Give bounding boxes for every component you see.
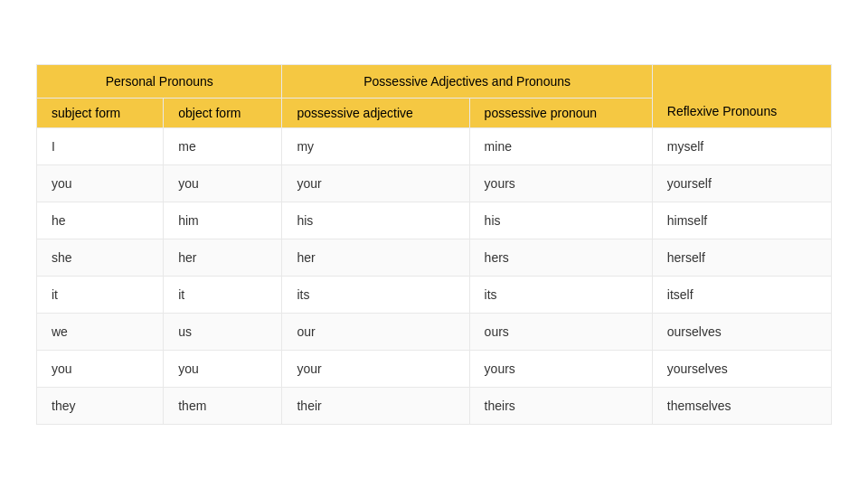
poss-adj-cell: your: [282, 164, 469, 202]
subject-cell: I: [37, 127, 164, 164]
table-row: itititsitsitself: [37, 276, 832, 313]
table-row: sheherherhersherself: [37, 239, 832, 276]
possessive-pronoun-header: possessive pronoun: [469, 98, 652, 127]
subject-cell: you: [37, 350, 164, 387]
poss-pron-cell: its: [469, 276, 652, 313]
subject-cell: you: [37, 164, 164, 202]
reflexive-cell: themselves: [652, 387, 831, 424]
table-row: hehimhishishimself: [37, 202, 832, 239]
table-container: Personal Pronouns Possessive Adjectives …: [36, 64, 832, 425]
poss-pron-cell: theirs: [469, 387, 652, 424]
reflexive-cell: yourself: [652, 164, 831, 202]
possessive-header: Possessive Adjectives and Pronouns: [282, 64, 652, 98]
poss-pron-cell: his: [469, 202, 652, 239]
reflexive-cell: myself: [652, 127, 831, 164]
object-cell: him: [164, 202, 282, 239]
reflexive-cell: ourselves: [652, 313, 831, 350]
reflexive-cell: itself: [652, 276, 831, 313]
object-cell: her: [164, 239, 282, 276]
poss-pron-cell: ours: [469, 313, 652, 350]
subject-cell: it: [37, 276, 164, 313]
subject-cell: she: [37, 239, 164, 276]
reflexive-cell: herself: [652, 239, 831, 276]
poss-adj-cell: your: [282, 350, 469, 387]
table-row: Imemyminemyself: [37, 127, 832, 164]
table-row: theythemtheirtheirsthemselves: [37, 387, 832, 424]
reflexive-cell: yourselves: [652, 350, 831, 387]
reflexive-header: Reflexive Pronouns: [652, 64, 831, 127]
object-cell: us: [164, 313, 282, 350]
table-row: youyouyouryoursyourself: [37, 164, 832, 202]
poss-adj-cell: my: [282, 127, 469, 164]
pronouns-table: Personal Pronouns Possessive Adjectives …: [36, 64, 832, 425]
subject-cell: they: [37, 387, 164, 424]
personal-pronouns-header: Personal Pronouns: [37, 64, 282, 98]
object-form-header: object form: [164, 98, 282, 127]
poss-adj-cell: his: [282, 202, 469, 239]
poss-pron-cell: yours: [469, 350, 652, 387]
table-row: weusouroursourselves: [37, 313, 832, 350]
poss-pron-cell: hers: [469, 239, 652, 276]
object-cell: it: [164, 276, 282, 313]
object-cell: you: [164, 350, 282, 387]
object-cell: them: [164, 387, 282, 424]
poss-pron-cell: mine: [469, 127, 652, 164]
poss-adj-cell: our: [282, 313, 469, 350]
subject-cell: we: [37, 313, 164, 350]
object-cell: you: [164, 164, 282, 202]
subject-cell: he: [37, 202, 164, 239]
poss-adj-cell: its: [282, 276, 469, 313]
poss-pron-cell: yours: [469, 164, 652, 202]
poss-adj-cell: her: [282, 239, 469, 276]
poss-adj-cell: their: [282, 387, 469, 424]
table-row: youyouyouryoursyourselves: [37, 350, 832, 387]
object-cell: me: [164, 127, 282, 164]
reflexive-cell: himself: [652, 202, 831, 239]
subject-form-header: subject form: [37, 98, 164, 127]
possessive-adjective-header: possessive adjective: [282, 98, 469, 127]
